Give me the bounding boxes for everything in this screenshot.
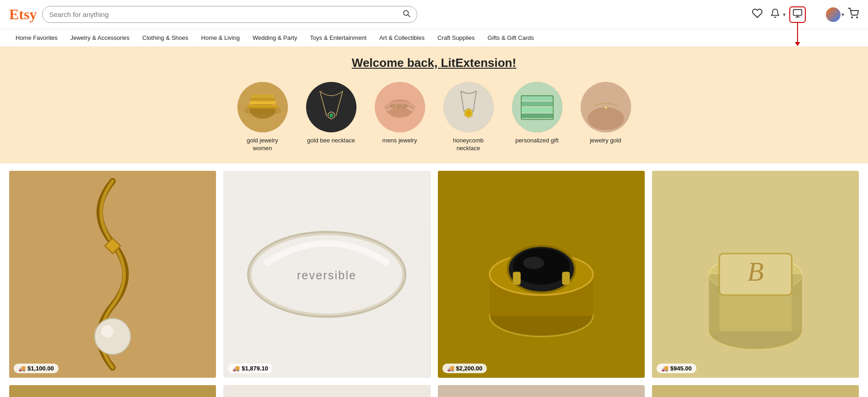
seller-dashboard-button[interactable] <box>789 6 806 23</box>
bell-chevron-icon: ▾ <box>783 11 786 18</box>
welcome-text: Welcome back, LitExtension! <box>9 56 859 70</box>
svg-rect-67 <box>223 385 430 397</box>
product-image-1 <box>9 171 216 378</box>
price-badge-2: 🚚 $1,879.10 <box>228 364 273 373</box>
price-2: $1,879.10 <box>242 365 268 372</box>
svg-rect-52 <box>562 272 570 284</box>
search-input[interactable] <box>49 11 402 18</box>
svg-rect-2 <box>793 9 802 15</box>
price-badge-3: 🚚 $2,200.00 <box>442 364 487 373</box>
product-card-6[interactable]: 🚚 $1,879.10 <box>223 385 430 397</box>
svg-rect-30 <box>521 114 553 118</box>
svg-rect-28 <box>521 102 553 106</box>
product-image-7 <box>438 385 645 397</box>
nav-item-home-favorites[interactable]: Home Favorites <box>9 29 64 47</box>
category-circle-4 <box>443 82 494 132</box>
svg-text:reversible: reversible <box>297 269 356 282</box>
category-circle-2 <box>306 82 356 132</box>
product-card-8[interactable]: B 🚚 $945.00 <box>652 385 859 397</box>
seller-icon-wrapper <box>789 6 806 23</box>
etsy-logo[interactable]: Etsy <box>9 6 37 23</box>
truck-icon-2: 🚚 <box>232 365 240 372</box>
product-card-1[interactable]: 🚚 $1,100.00 <box>9 171 216 378</box>
svg-point-35 <box>604 105 608 109</box>
svg-rect-26 <box>512 82 562 132</box>
svg-rect-22 <box>403 105 407 108</box>
category-label-2: gold bee necklace <box>307 137 355 145</box>
nav-item-art[interactable]: Art & Collectibles <box>373 29 431 47</box>
red-arrow-indicator <box>797 23 798 46</box>
category-personalized-gift[interactable]: personalized gift <box>512 82 562 152</box>
category-circle-5 <box>512 82 562 132</box>
svg-rect-59 <box>709 274 719 331</box>
svg-rect-78 <box>652 385 859 397</box>
svg-rect-70 <box>438 385 645 397</box>
product-card-4[interactable]: B 🚚 $945.00 <box>652 171 859 378</box>
product-card-7[interactable] <box>438 385 645 397</box>
svg-line-1 <box>408 15 410 16</box>
nav-item-clothing[interactable]: Clothing & Shoes <box>136 29 194 47</box>
nav-item-home-living[interactable]: Home & Living <box>195 29 247 47</box>
favorites-button[interactable] <box>750 6 765 23</box>
svg-point-34 <box>588 107 624 130</box>
svg-point-6 <box>857 17 857 18</box>
svg-rect-61 <box>9 385 216 397</box>
nav-item-jewelry[interactable]: Jewelry & Accessories <box>64 29 136 47</box>
avatar <box>826 7 841 22</box>
price-badge-1: 🚚 $1,100.00 <box>14 364 59 373</box>
svg-point-37 <box>95 318 131 354</box>
category-label-6: jewelry gold <box>590 137 621 145</box>
account-chevron-icon: ▾ <box>841 11 844 18</box>
svg-rect-14 <box>306 82 356 132</box>
price-badge-4: 🚚 $945.00 <box>657 364 696 373</box>
svg-point-50 <box>523 256 544 269</box>
product-card-5[interactable]: R <box>9 385 216 397</box>
svg-rect-32 <box>522 97 552 100</box>
header: Etsy ▾ <box>0 0 868 29</box>
truck-icon-4: 🚚 <box>661 365 669 372</box>
welcome-prefix: Welcome back, <box>352 56 441 70</box>
nav-item-toys[interactable]: Toys & Entertainment <box>303 29 373 47</box>
product-image-5: R <box>9 385 216 397</box>
nav-item-craft-supplies[interactable]: Craft Supplies <box>431 29 481 47</box>
header-icons: ▾ ▾ <box>750 6 859 23</box>
category-mens-jewelry[interactable]: mens jewelry <box>375 82 425 152</box>
welcome-banner: Welcome back, LitExtension! <box>0 47 868 75</box>
svg-rect-13 <box>244 107 281 114</box>
svg-rect-51 <box>512 272 520 284</box>
category-gold-jewelry-women[interactable]: gold jewelry women <box>237 82 288 152</box>
notifications-container: ▾ <box>768 6 786 23</box>
welcome-username[interactable]: LitExtension <box>441 56 512 70</box>
categories-row: gold jewelry women gold bee necklace <box>0 75 868 163</box>
main-nav: Home Favorites Jewelry & Accessories Clo… <box>0 29 868 47</box>
svg-point-25 <box>466 110 471 116</box>
category-jewelry-gold[interactable]: jewelry gold <box>581 82 631 152</box>
product-image-6 <box>223 385 430 397</box>
welcome-suffix: ! <box>512 56 516 70</box>
account-button[interactable]: ▾ <box>826 7 844 22</box>
product-card-3[interactable]: 🚚 $2,200.00 <box>438 171 645 378</box>
truck-icon-1: 🚚 <box>18 365 26 372</box>
cart-button[interactable] <box>848 8 859 22</box>
search-button[interactable] <box>402 9 410 20</box>
svg-rect-23 <box>443 82 494 132</box>
price-4: $945.00 <box>670 365 692 372</box>
product-image-8: B <box>652 385 859 397</box>
category-circle-1 <box>237 82 288 132</box>
category-label-4: honeycomb necklace <box>443 137 494 152</box>
svg-rect-11 <box>250 98 275 101</box>
price-3: $2,200.00 <box>456 365 483 372</box>
product-image-4: B <box>652 171 859 378</box>
category-honeycomb-necklace[interactable]: honeycomb necklace <box>443 82 494 152</box>
notifications-button[interactable] <box>768 6 782 23</box>
category-gold-bee-necklace[interactable]: gold bee necklace <box>306 82 356 152</box>
nav-item-wedding[interactable]: Wedding & Party <box>246 29 303 47</box>
nav-item-gifts[interactable]: Gifts & Gift Cards <box>481 29 540 47</box>
product-card-2[interactable]: reversible 🚚 $1,879.10 <box>223 171 430 378</box>
svg-text:B: B <box>747 256 764 286</box>
svg-point-17 <box>330 114 332 116</box>
truck-icon-3: 🚚 <box>447 365 454 372</box>
svg-rect-60 <box>792 274 802 331</box>
price-1: $1,100.00 <box>27 365 54 372</box>
svg-rect-29 <box>521 108 553 112</box>
